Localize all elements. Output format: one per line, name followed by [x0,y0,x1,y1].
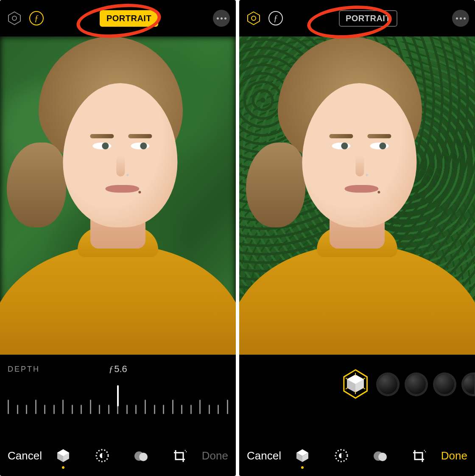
adjust-tab[interactable] [93,444,112,467]
filters-tab[interactable] [132,444,151,467]
lighting-options-row[interactable] [341,367,475,401]
lighting-option[interactable] [406,374,427,395]
depth-slider-indicator[interactable] [117,385,119,406]
done-button[interactable]: Done [202,449,228,462]
svg-point-12 [251,16,256,20]
lighting-option[interactable] [434,374,455,395]
cancel-button[interactable]: Cancel [8,449,42,462]
portrait-mode-button[interactable]: PORTRAIT [100,10,158,27]
controls-area [239,355,475,435]
lighting-option-selected[interactable] [341,367,370,401]
screenshot-left: ƒ PORTRAIT DEPTH ƒ5.6 [0,0,236,476]
svg-marker-11 [248,12,260,25]
depth-label: DEPTH [8,365,40,374]
lighting-hex-icon[interactable] [6,10,23,27]
lighting-hex-icon[interactable] [245,10,262,27]
top-bar: ƒ PORTRAIT [0,0,236,36]
top-bar: ƒ PORTRAIT [239,0,475,36]
screenshot-right: ƒ PORTRAIT [239,0,475,476]
lighting-option[interactable] [377,374,398,395]
crop-tab[interactable] [171,444,190,467]
controls-area: DEPTH ƒ5.6 [0,355,236,435]
aperture-icon[interactable]: ƒ [267,10,284,27]
active-tab-dot [62,466,64,469]
cancel-button[interactable]: Cancel [247,449,281,462]
depth-value: ƒ5.6 [109,364,127,375]
svg-marker-0 [8,12,20,25]
photo-preview[interactable] [239,36,475,355]
portrait-tab[interactable] [293,444,312,467]
bottom-toolbar: Cancel Done [0,435,236,476]
portrait-mode-button[interactable]: PORTRAIT [339,10,397,27]
svg-point-10 [139,453,148,461]
crop-tab[interactable] [410,444,429,467]
portrait-tab[interactable] [54,444,73,467]
aperture-icon[interactable]: ƒ [28,10,45,27]
more-button[interactable] [452,10,469,27]
svg-marker-13 [344,370,367,398]
svg-point-31 [378,453,387,461]
svg-point-1 [12,16,17,20]
depth-slider[interactable] [8,394,228,414]
photo-preview[interactable] [0,36,236,355]
more-button[interactable] [213,10,230,27]
filters-tab[interactable] [371,444,390,467]
adjust-tab[interactable] [332,444,351,467]
done-button[interactable]: Done [441,449,467,462]
bottom-toolbar: Cancel Done [239,435,475,476]
active-tab-dot [301,466,304,469]
lighting-option[interactable] [463,374,475,395]
